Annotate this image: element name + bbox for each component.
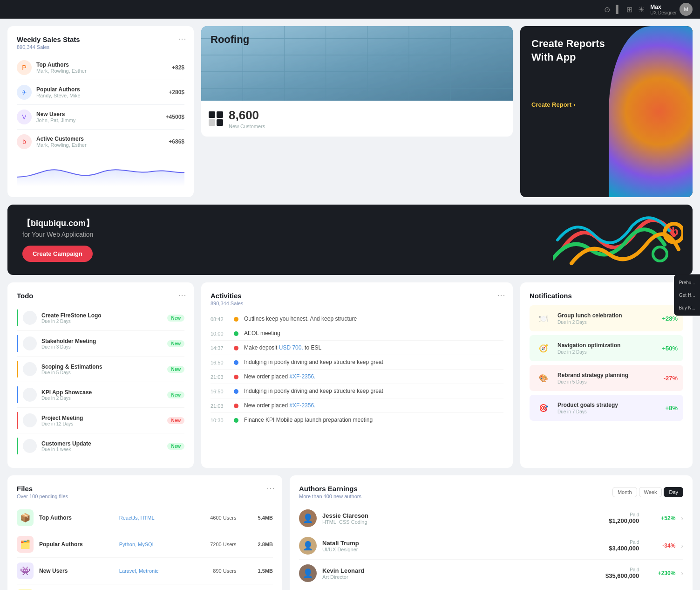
files-subtitle: Over 100 pending files <box>17 494 273 499</box>
side-panel: Prebu... Get H... Buy N... <box>674 274 700 316</box>
author-item: 👤 Kevin Leonard Art Director Paid $35,60… <box>299 560 683 587</box>
period-day-button[interactable]: Day <box>664 487 683 497</box>
notif-icon: 🎨 <box>535 370 552 386</box>
notif-icon: 🧭 <box>535 340 552 357</box>
notification-item: 🧭 Navigation optimization Due in 2 Days … <box>530 335 683 361</box>
author-amount: $1,200,000 <box>609 517 639 524</box>
file-name: New Users <box>39 568 114 574</box>
author-avatar: 👤 <box>299 537 317 555</box>
grid-icon[interactable]: ⊞ <box>626 5 632 14</box>
activity-text: Indulging in poorly driving and keep str… <box>244 388 503 394</box>
create-campaign-button[interactable]: Create Campaign <box>22 246 93 262</box>
authors-subtitle: More than 400 new authors <box>299 494 361 499</box>
todo-badge: New <box>167 315 184 322</box>
user-avatar[interactable]: M <box>680 3 693 16</box>
row4: Files Over 100 pending files ⋯ 📦 Top Aut… <box>7 475 693 590</box>
todo-circle <box>23 413 37 427</box>
file-name: Top Authors <box>39 515 114 521</box>
author-payment: Paid $35,600,000 <box>605 567 639 579</box>
sales-info: New Users John, Pat, Jimmy <box>36 111 161 123</box>
todo-item: Stakeholder Meeting Due in 3 Days New <box>17 331 184 357</box>
todo-badge: New <box>167 340 184 347</box>
file-size: 2.8MB <box>242 542 273 547</box>
activity-dot <box>234 331 238 336</box>
brightness-icon[interactable]: ☀ <box>638 5 645 14</box>
reports-globe <box>609 26 693 197</box>
todo-info: Create FireStone Logo Due in 2 Days <box>41 312 163 324</box>
todo-due: Due in 1 week <box>41 447 163 452</box>
activity-dot <box>234 404 238 408</box>
todo-due: Due in 12 Days <box>41 421 163 426</box>
file-size: 1.5MB <box>242 568 273 574</box>
author-chevron-icon[interactable]: › <box>681 542 683 549</box>
activities-menu[interactable]: ⋯ <box>497 290 505 300</box>
activity-link[interactable]: USD 700. <box>279 344 303 351</box>
sales-amount: +686$ <box>169 138 184 145</box>
todo-bar <box>17 361 18 377</box>
sales-item: b Active Customers Mark, Rowling, Esther… <box>17 130 184 154</box>
author-paid-label: Paid <box>609 512 639 517</box>
activity-time: 14:37 <box>211 345 228 351</box>
todo-item: Create FireStone Logo Due in 2 Days New <box>17 305 184 331</box>
author-chevron-icon[interactable]: › <box>681 515 683 522</box>
side-panel-geth[interactable]: Get H... <box>677 291 697 300</box>
activity-item: 16:50 Indulging in poorly driving and ke… <box>211 384 503 398</box>
todo-due: Due in 2 Days <box>41 319 163 324</box>
notif-sub: Due in 5 Days <box>557 379 658 384</box>
sales-info: Top Authors Mark, Rowling, Esther <box>36 62 167 74</box>
todo-due: Due in 5 Days <box>41 370 163 375</box>
bars-icon[interactable]: ▌ <box>616 5 621 14</box>
todo-card: Todo ⋯ Create FireStone Logo Due in 2 Da… <box>7 282 194 468</box>
notif-info: Product goals strategy Due in 7 Days <box>557 402 660 414</box>
todo-badge: New <box>167 417 184 424</box>
activity-link[interactable]: #XF-2356. <box>289 402 315 409</box>
activity-text: Finance KPI Mobile app launch preparatio… <box>244 417 503 423</box>
file-users: 7200 Users <box>187 542 237 547</box>
main-content: Weekly Sales Stats 890,344 Sales ⋯ P Top… <box>0 19 700 590</box>
activity-time: 10:30 <box>211 418 228 423</box>
activities-subtitle: 890,344 Sales <box>211 301 503 306</box>
activity-text: Outlines keep you honest. And keep struc… <box>244 316 503 322</box>
weekly-sales-menu[interactable]: ⋯ <box>178 34 186 44</box>
todo-title: Todo <box>17 292 184 300</box>
activity-text: AEOL meeting <box>244 330 503 336</box>
author-amount: $3,400,000 <box>609 545 639 552</box>
user-name: Max <box>650 4 677 10</box>
activity-dot <box>234 375 238 379</box>
mini-sq-2 <box>217 111 223 118</box>
sales-icon: V <box>17 110 32 124</box>
period-week-button[interactable]: Week <box>639 487 662 497</box>
sales-sub: Mark, Rowling, Esther <box>36 68 167 74</box>
roofing-card: Roofing <box>201 26 513 137</box>
file-icon: 📦 <box>17 509 34 526</box>
todo-name: Project Meeting <box>41 415 163 421</box>
side-panel-prebu[interactable]: Prebu... <box>677 278 697 287</box>
svg-text:b: b <box>672 225 679 238</box>
side-panel-buyn[interactable]: Buy N... <box>677 303 697 312</box>
authors-title: Authors Earnings <box>299 485 361 493</box>
todo-circle <box>23 362 37 376</box>
activities-card: Activities 890,344 Sales ⋯ 08:42 Outline… <box>201 282 513 468</box>
author-chevron-icon[interactable]: › <box>681 569 683 577</box>
files-menu[interactable]: ⋯ <box>266 483 275 493</box>
todo-bar <box>17 438 18 454</box>
file-tech: ReactJs, HTML <box>119 515 181 521</box>
author-avatar: 👤 <box>299 509 317 527</box>
notification-item: 🎨 Rebrand strategy planning Due in 5 Day… <box>530 365 683 391</box>
period-month-button[interactable]: Month <box>612 487 637 497</box>
sales-icon: P <box>17 60 32 75</box>
activity-text: New order placed #XF-2356. <box>244 373 503 380</box>
sales-item: ✈ Popular Authors Randy, Steve, Mike +28… <box>17 80 184 105</box>
user-role: UX Designer <box>650 10 677 15</box>
sales-info: Popular Authors Randy, Steve, Mike <box>36 86 164 98</box>
new-customers-info: 8,600 New Customers <box>229 108 265 129</box>
author-name: Kevin Leonard <box>322 567 600 574</box>
activity-text: Make deposit USD 700. to ESL <box>244 344 503 351</box>
activity-link[interactable]: #XF-2356. <box>289 373 315 380</box>
search-icon[interactable]: ⊙ <box>604 5 610 14</box>
activity-time: 08:42 <box>211 316 228 322</box>
campaign-deco-svg: b <box>553 212 683 268</box>
activity-time: 10:00 <box>211 331 228 336</box>
author-item: 👤 Natali Trump UI/UX Designer Paid $3,40… <box>299 532 683 560</box>
todo-menu[interactable]: ⋯ <box>178 290 186 300</box>
